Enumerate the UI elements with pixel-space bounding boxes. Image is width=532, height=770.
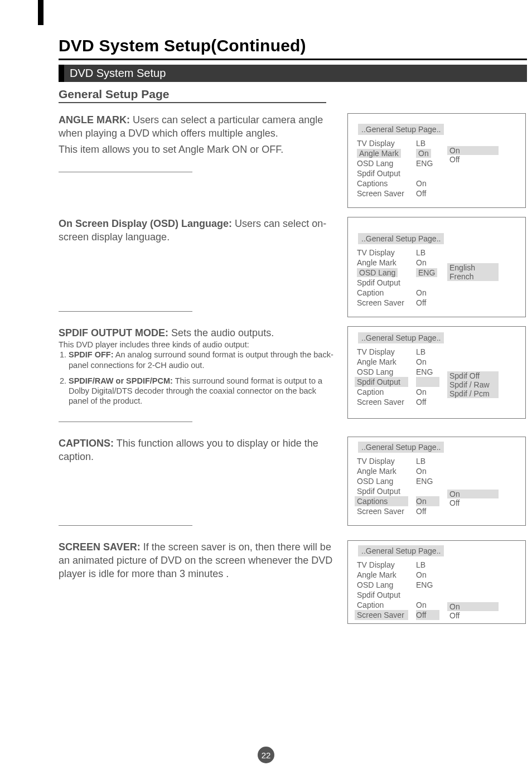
label-angle-mark: Angle Mark — [357, 149, 401, 158]
divider — [59, 172, 192, 172]
menu-spdif: ..General Setup Page.. TV Display Angle … — [347, 326, 526, 419]
subheading: General Setup Page — [59, 88, 527, 101]
value-eng: ENG — [416, 476, 439, 486]
value-on2: On — [416, 178, 439, 188]
value-on: On — [416, 570, 439, 580]
label-screen-saver: Screen Saver — [357, 188, 408, 198]
osd-lang-text: On Screen Display (OSD) Language: Users … — [59, 217, 337, 317]
row-angle-mark: ANGLE MARK: Users can select a particula… — [59, 113, 527, 208]
label-caption: Caption — [357, 288, 408, 298]
spdif-text: SPDIF OUTPUT MODE: Sets the audio output… — [59, 326, 337, 428]
opt-off: Off — [447, 498, 499, 507]
value-lb: LB — [416, 248, 439, 258]
value-on: On — [416, 149, 431, 158]
spdif-li2: SPDIF/RAW or SPDIF/PCM: This surround so… — [69, 376, 337, 406]
label-osd-lang: OSD Lang — [357, 158, 408, 168]
screen-saver-heading: SCREEN SAVER: — [59, 541, 141, 553]
opt-off: Off — [447, 155, 499, 164]
label-tv-display: TV Display — [357, 560, 408, 570]
menu-title: ..General Setup Page.. — [358, 545, 444, 556]
menu-angle-mark: ..General Setup Page.. TV Display Angle … — [347, 113, 526, 208]
menu-title: ..General Setup Page.. — [358, 233, 444, 244]
menu-title: ..General Setup Page.. — [358, 442, 444, 453]
value-eng: ENG — [416, 367, 439, 377]
value-eng: ENG — [416, 580, 439, 590]
label-angle-mark: Angle Mark — [357, 466, 408, 476]
spdif-li2-strong: SPDIF/RAW or SPDIF/PCM: — [69, 376, 173, 385]
row-osd-lang: On Screen Display (OSD) Language: Users … — [59, 217, 527, 317]
value-eng: ENG — [416, 158, 439, 168]
osd-lang-heading: On Screen Display (OSD) Language: — [59, 218, 232, 229]
label-tv-display: TV Display — [357, 248, 408, 258]
angle-mark-text: ANGLE MARK: Users can select a particula… — [59, 113, 337, 208]
value-off: Off — [416, 188, 439, 198]
subheading-underline — [59, 102, 326, 103]
label-angle-mark: Angle Mark — [357, 570, 408, 580]
row-captions: CAPTIONS: This function allows you to di… — [59, 437, 527, 531]
divider — [59, 311, 192, 312]
value-lb: LB — [416, 560, 439, 570]
opt-spdif-pcm: Spdif / Pcm — [447, 389, 499, 398]
label-caption: Caption — [357, 387, 408, 397]
spdif-li1-strong: SPDIF OFF: — [69, 350, 114, 359]
label-osd-lang: OSD Lang — [357, 367, 408, 377]
opt-on: On — [447, 146, 499, 155]
opt-spdif-off: Spdif Off — [447, 371, 499, 380]
label-angle-mark: Angle Mark — [357, 357, 408, 367]
label-tv-display: TV Display — [357, 347, 408, 357]
opt-english: English — [447, 263, 499, 272]
page-title: DVD System Setup(Continued) — [59, 36, 504, 55]
label-screen-saver: Screen Saver — [357, 298, 408, 308]
value-lb: LB — [416, 456, 439, 466]
menu-captions: ..General Setup Page.. TV Display Angle … — [347, 437, 526, 526]
angle-mark-body2: This item allows you to set Angle Mark O… — [59, 143, 337, 156]
label-screen-saver: Screen Saver — [355, 610, 408, 620]
label-caption: Caption — [357, 600, 408, 610]
label-spdif-output: Spdif Output — [357, 278, 408, 288]
value-off: Off — [416, 397, 439, 407]
row-screen-saver: SCREEN SAVER: If the screen saver is on,… — [59, 540, 527, 624]
value-off: Off — [416, 298, 439, 308]
label-tv-display: TV Display — [357, 456, 408, 466]
label-osd-lang: OSD Lang — [357, 580, 408, 590]
opt-french: French — [447, 272, 499, 281]
label-osd-lang: OSD Lang — [357, 476, 408, 486]
spdif-heading: SPDIF OUTPUT MODE: — [59, 327, 168, 338]
value-on2: On — [416, 288, 439, 298]
divider — [59, 525, 192, 526]
opt-spdif-raw: Spdif / Raw — [447, 380, 499, 389]
spdif-intro: This DVD player includes three kinds of … — [59, 340, 337, 350]
label-screen-saver: Screen Saver — [357, 506, 408, 516]
menu-title: ..General Setup Page.. — [358, 332, 444, 343]
value-lb: LB — [416, 347, 439, 357]
menu-screen-saver: ..General Setup Page.. TV Display Angle … — [347, 540, 526, 624]
label-captions: Captions — [355, 496, 408, 506]
label-tv-display: TV Display — [357, 138, 408, 148]
divider — [59, 422, 192, 422]
captions-text: CAPTIONS: This function allows you to di… — [59, 437, 337, 531]
value-lb: LB — [416, 138, 439, 148]
screen-saver-text: SCREEN SAVER: If the screen saver is on,… — [59, 540, 337, 624]
opt-on: On — [447, 490, 499, 498]
corner-mark — [38, 0, 43, 25]
label-spdif-output: Spdif Output — [357, 168, 408, 178]
spdif-li1: SPDIF OFF: An analog surround sound form… — [69, 350, 337, 370]
content-area: General Setup Page ANGLE MARK: Users can… — [59, 88, 527, 624]
value-on: On — [416, 258, 439, 268]
row-spdif: SPDIF OUTPUT MODE: Sets the audio output… — [59, 326, 527, 428]
menu-osd-lang: ..General Setup Page.. TV Display Angle … — [347, 217, 526, 317]
value-eng: ENG — [416, 268, 437, 277]
value-on: On — [416, 466, 439, 476]
value-on2: On — [416, 600, 439, 610]
opt-on: On — [447, 602, 499, 611]
value-on: On — [416, 357, 439, 367]
value-off: Off — [416, 610, 439, 620]
captions-heading: CAPTIONS: — [59, 438, 114, 449]
label-spdif-output: Spdif Output — [357, 486, 408, 496]
value-on2: On — [416, 496, 439, 506]
section-bar: DVD System Setup — [59, 65, 527, 82]
value-on2: On — [416, 387, 439, 397]
value-off: Off — [416, 506, 439, 516]
page-number-badge: 22 — [258, 747, 274, 763]
angle-mark-heading: ANGLE MARK: — [59, 114, 130, 125]
